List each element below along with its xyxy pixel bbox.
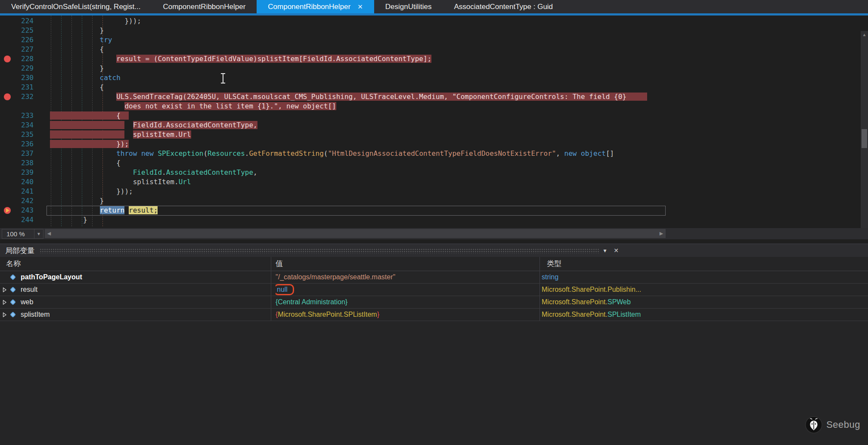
code-text: FieldId.AssociatedContentType, <box>50 168 257 177</box>
zoom-level-dropdown[interactable]: 100 % <box>2 229 38 239</box>
scroll-left-icon[interactable]: ◀ <box>45 229 53 238</box>
gutter-spacer <box>34 177 50 187</box>
locals-row-web[interactable]: web{Central Administration}Microsoft.Sha… <box>0 296 868 309</box>
column-header-value[interactable]: 值 <box>276 257 283 271</box>
code-editor[interactable]: 224 }));225 }226 try227 {228 result = (C… <box>0 15 868 228</box>
gutter-cell <box>0 92 15 102</box>
code-line: 227 { <box>0 45 868 54</box>
column-separator <box>271 309 271 321</box>
locals-panel: 局部变量 ▾ ✕ 名称 值 类型 pathToPageLayout"/_cata… <box>0 244 868 445</box>
gutter-cell <box>0 206 15 215</box>
code-text: } <box>50 64 104 73</box>
locals-row-pathtopagelayout[interactable]: pathToPageLayout"/_catalogs/masterpage/s… <box>0 271 868 284</box>
code-text: { <box>50 111 129 121</box>
column-separator <box>539 296 540 308</box>
code-text: { <box>50 83 104 92</box>
horizontal-scrollbar[interactable]: ◀ ▶ <box>45 229 666 238</box>
line-number: 233 <box>15 111 34 121</box>
gutter-cell <box>0 45 15 54</box>
code-line: 233 { <box>0 111 868 121</box>
column-header-name[interactable]: 名称 <box>6 257 21 271</box>
name-cell: result <box>0 284 271 296</box>
line-number: 240 <box>15 177 34 187</box>
tab-associatedcontenttype-guid[interactable]: AssociatedContentType : Guid <box>443 0 564 13</box>
gutter-spacer <box>34 168 50 177</box>
gutter-spacer <box>34 45 50 54</box>
code-line: 236 }); <box>0 139 868 149</box>
gutter-cell <box>0 16 15 26</box>
gutter-cell <box>0 73 15 83</box>
line-number: 241 <box>15 187 34 196</box>
tab-componentribbonhelper[interactable]: ComponentRibbonHelper✕ <box>257 0 374 13</box>
code-text: catch <box>50 73 121 83</box>
line-number: 231 <box>15 83 34 92</box>
value-cell[interactable]: null <box>276 284 538 296</box>
gutter-spacer <box>34 26 50 35</box>
gutter-spacer <box>34 35 50 45</box>
locals-table-header[interactable]: 名称 值 类型 <box>0 257 868 271</box>
gutter-spacer <box>34 158 50 168</box>
value-cell[interactable]: {Central Administration} <box>276 296 538 308</box>
tab-close-icon[interactable]: ✕ <box>357 3 363 11</box>
locals-rows: pathToPageLayout"/_catalogs/masterpage/s… <box>0 271 868 321</box>
scroll-up-icon[interactable]: ▲ <box>861 31 868 38</box>
value-cell[interactable]: "/_catalogs/masterpage/seattle.master" <box>276 271 538 283</box>
tab-verifycontrolonsafelist-string-r[interactable]: VerifyControlOnSafeList(string, Regist..… <box>0 0 152 13</box>
scroll-right-icon[interactable]: ▶ <box>657 229 666 238</box>
gutter-spacer <box>34 121 50 130</box>
code-line: 229 } <box>0 64 868 73</box>
vertical-scrollbar[interactable]: ▲ ▼ <box>861 31 868 228</box>
zoom-dropdown-arrow-icon[interactable]: ▼ <box>34 229 43 239</box>
expand-arrow-icon[interactable] <box>0 287 9 293</box>
gutter-cell <box>0 26 15 35</box>
gutter-cell <box>0 102 15 111</box>
gutter-cell <box>0 130 15 139</box>
variable-name: pathToPageLayout <box>19 271 82 283</box>
code-text: ULS.SendTraceTag(262405U, ULSCat.msoulsc… <box>50 92 647 102</box>
gutter-spacer <box>34 16 50 26</box>
line-number: 238 <box>15 158 34 168</box>
gutter-cell <box>0 54 15 64</box>
column-separator <box>539 271 540 283</box>
column-separator[interactable] <box>539 257 540 271</box>
name-cell: splistItem <box>0 309 271 321</box>
code-text: does not exist in the list item {1}.", n… <box>50 102 336 111</box>
locals-row-splistitem[interactable]: splistItem{Microsoft.SharePoint.SPListIt… <box>0 309 868 321</box>
panel-collapse-chevron-icon[interactable]: ▾ <box>599 247 611 254</box>
locals-table: 名称 值 类型 pathToPageLayout"/_catalogs/mast… <box>0 257 868 321</box>
tab-label: DesignUtilities <box>385 3 432 11</box>
locals-panel-titlebar[interactable]: 局部变量 ▾ ✕ <box>0 244 868 257</box>
value-cell[interactable]: {Microsoft.SharePoint.SPListItem} <box>276 309 538 321</box>
gutter-cell <box>0 177 15 187</box>
code-line: 237 throw new SPException(Resources.GetF… <box>0 149 868 158</box>
code-line: 224 })); <box>0 16 868 26</box>
gutter-spacer <box>34 92 50 102</box>
code-line: 242 } <box>0 196 868 206</box>
column-separator <box>539 309 540 321</box>
tab-componentribbonhelper[interactable]: ComponentRibbonHelper <box>152 0 257 13</box>
breakpoint-icon[interactable] <box>4 93 11 100</box>
column-separator[interactable] <box>271 257 271 271</box>
line-number: 228 <box>15 54 34 64</box>
expand-arrow-icon[interactable] <box>0 312 9 318</box>
gutter-spacer <box>34 196 50 206</box>
line-number: 243 <box>15 206 34 215</box>
column-header-type[interactable]: 类型 <box>547 257 561 271</box>
tab-designutilities[interactable]: DesignUtilities <box>374 0 443 13</box>
locals-row-result[interactable]: resultnullMicrosoft.SharePoint.Publishin… <box>0 284 868 296</box>
type-cell: Microsoft.SharePoint.SPListItem <box>542 309 865 321</box>
code-line: 240 splistItem.Url <box>0 177 868 187</box>
breakpoint-icon[interactable] <box>4 56 11 62</box>
code-text: } <box>50 26 104 35</box>
gutter-cell <box>0 215 15 225</box>
column-separator <box>271 271 271 283</box>
code-text: } <box>50 215 87 225</box>
panel-close-icon[interactable]: ✕ <box>611 247 622 254</box>
titlebar-grip-texture <box>40 248 599 253</box>
code-line: 225 } <box>0 26 868 35</box>
code-line: 226 try <box>0 35 868 45</box>
gutter-cell <box>0 35 15 45</box>
vertical-scrollbar-thumb[interactable] <box>862 129 867 148</box>
expand-arrow-icon[interactable] <box>0 300 9 305</box>
breakpoint-current-statement-icon[interactable] <box>4 207 11 214</box>
